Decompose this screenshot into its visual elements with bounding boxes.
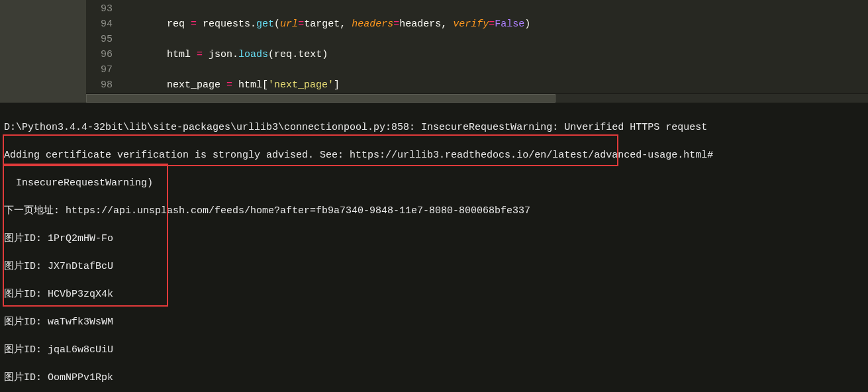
console-line: 图片ID: waTwfk3WsWM (4, 315, 864, 329)
line-number-gutter: 93 94 95 96 97 98 (86, 0, 119, 103)
line-number: 95 (86, 32, 113, 47)
console-line: InsecureRequestWarning) (4, 176, 864, 190)
console-line: Adding certificate verification is stron… (4, 148, 864, 162)
line-number: 94 (86, 17, 113, 32)
line-number: 98 (86, 77, 113, 93)
code-line[interactable]: req = requests.get(url=target, headers=h… (119, 17, 530, 32)
console-line: 图片ID: JX7nDtafBcU (4, 260, 864, 273)
console-line: 图片ID: 1PrQ2mHW-Fo (4, 232, 864, 246)
code-line[interactable]: next_page = html['next_page'] (119, 77, 530, 93)
code-line[interactable]: html = json.loads(req.text) (119, 47, 530, 62)
console-line: 下一页地址: https://api.unsplash.com/feeds/ho… (4, 204, 864, 218)
line-number: 97 (86, 62, 113, 77)
line-number: 93 (86, 1, 113, 17)
console-line: 图片ID: jqaL6w8cUiU (4, 343, 864, 357)
console-line: 图片ID: HCVbP3zqX4k (4, 287, 864, 301)
code-editor[interactable]: 93 94 95 96 97 98 req = requests.get(url… (0, 0, 868, 103)
minimap[interactable] (0, 0, 86, 103)
scrollbar-thumb[interactable] (86, 94, 555, 103)
code-content[interactable]: req = requests.get(url=target, headers=h… (119, 0, 530, 103)
console-line: 图片ID: OomNPPv1Rpk (4, 371, 864, 385)
line-number: 96 (86, 47, 113, 62)
output-console[interactable]: D:\Python3.4.4-32bit\lib\site-packages\u… (0, 104, 868, 392)
horizontal-scrollbar[interactable] (86, 93, 868, 103)
console-line: D:\Python3.4.4-32bit\lib\site-packages\u… (4, 121, 864, 134)
